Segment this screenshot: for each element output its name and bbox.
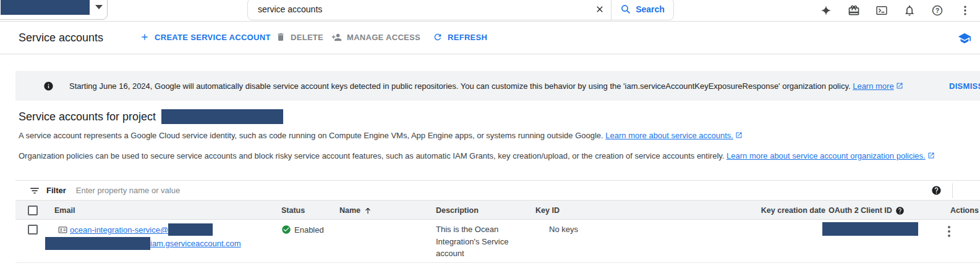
trash-icon — [276, 32, 286, 42]
filter-input[interactable] — [75, 185, 980, 196]
filter-label: Filter — [46, 186, 66, 195]
filter-help-icon[interactable] — [931, 185, 942, 196]
refresh-label: REFRESH — [448, 33, 487, 42]
column-header-description[interactable]: Description — [436, 201, 479, 220]
delete-label: DELETE — [291, 33, 323, 42]
delete-button[interactable]: DELETE — [276, 32, 323, 42]
intro-text: A service account represents a Google Cl… — [19, 131, 603, 140]
notifications-bell-icon[interactable] — [903, 4, 916, 17]
topbar-icons: ? — [820, 0, 971, 21]
table-row: ocean-integration-service@ iam.gservicea… — [15, 220, 980, 263]
filter-bar: Filter — [15, 180, 980, 200]
info-banner: Starting June 16, 2024, Google will auto… — [15, 71, 980, 101]
manage-access-label: MANAGE ACCESS — [347, 33, 420, 42]
service-account-email-link-2[interactable]: iam.gserviceaccount.com — [45, 239, 241, 248]
action-bar: Service accounts CREATE SERVICE ACCOUNT … — [0, 22, 980, 54]
create-service-account-label: CREATE SERVICE ACCOUNT — [155, 33, 271, 42]
filter-icon — [29, 185, 40, 196]
graduation-cap-icon — [958, 31, 971, 45]
top-bar: Search ? — [0, 0, 980, 22]
sort-ascending-icon — [364, 206, 372, 215]
description-cell: This is the Ocean Integration's Service … — [436, 223, 519, 260]
learn-more-org-policies-link[interactable]: Learn more about service account organiz… — [726, 151, 926, 160]
row-actions-menu-button[interactable] — [942, 224, 957, 239]
column-header-key-id[interactable]: Key ID — [535, 201, 560, 220]
column-header-key-creation-date[interactable]: Key creation date — [761, 201, 825, 220]
cloud-shell-icon[interactable] — [876, 4, 888, 17]
banner-message-text: Starting June 16, 2024, Google will auto… — [69, 81, 851, 91]
email-redacted-part — [168, 223, 213, 236]
service-account-email-link[interactable]: ocean-integration-service@ — [70, 225, 213, 235]
learn-panel-button[interactable] — [958, 31, 971, 45]
banner-message: Starting June 16, 2024, Google will auto… — [69, 81, 903, 91]
chevron-down-icon — [95, 5, 103, 9]
section-heading: Service accounts for project — [19, 109, 283, 124]
status-label: Enabled — [294, 225, 324, 235]
help-icon[interactable]: ? — [931, 4, 944, 17]
search-button-label: Search — [636, 4, 665, 14]
org-policy-text: Organization policies can be used to sec… — [19, 151, 724, 160]
close-icon — [595, 4, 605, 14]
gemini-sparkle-icon[interactable] — [820, 4, 832, 17]
gift-icon[interactable] — [848, 4, 860, 17]
column-header-name[interactable]: Name — [339, 201, 372, 220]
clear-search-button[interactable] — [589, 0, 611, 20]
intro-paragraph: A service account represents a Google Cl… — [19, 131, 743, 140]
column-header-email[interactable]: Email — [54, 201, 75, 220]
manage-access-button[interactable]: MANAGE ACCESS — [331, 32, 420, 43]
column-header-oauth-client-id[interactable]: OAuth 2 Client ID — [829, 201, 905, 220]
more-vert-icon[interactable] — [959, 4, 971, 17]
email-line-1: ocean-integration-service@ — [70, 223, 213, 236]
external-link-icon — [896, 82, 903, 89]
email-line-2: iam.gserviceaccount.com — [45, 237, 241, 250]
project-id-redacted — [161, 109, 283, 124]
external-link-icon — [735, 131, 743, 139]
refresh-button[interactable]: REFRESH — [433, 32, 487, 42]
service-account-icon — [58, 225, 68, 235]
select-all-checkbox[interactable] — [28, 206, 38, 215]
project-selector[interactable] — [0, 0, 108, 20]
plus-icon — [140, 32, 150, 42]
column-header-status[interactable]: Status — [281, 201, 305, 220]
person-add-icon — [331, 32, 342, 43]
global-search: Search — [247, 0, 674, 20]
org-policy-paragraph: Organization policies can be used to sec… — [19, 151, 935, 160]
search-input[interactable] — [248, 0, 589, 20]
status-cell: Enabled — [281, 225, 324, 235]
svg-text:?: ? — [935, 7, 939, 14]
section-heading-text: Service accounts for project — [19, 110, 156, 123]
service-accounts-table: Filter Email Status Name Description Key… — [15, 180, 980, 263]
project-name-redacted — [1, 0, 90, 15]
banner-learn-more-link[interactable]: Learn more — [853, 81, 893, 91]
refresh-icon — [433, 32, 443, 42]
oauth-help-icon[interactable] — [895, 206, 905, 215]
dismiss-button[interactable]: DISMISS — [949, 81, 980, 91]
column-header-actions: Actions — [950, 201, 979, 220]
info-icon — [43, 81, 54, 91]
more-vert-icon — [948, 226, 950, 228]
page-title: Service accounts — [19, 31, 103, 44]
create-service-account-button[interactable]: CREATE SERVICE ACCOUNT — [140, 32, 271, 42]
email-redacted-part-2 — [45, 237, 150, 250]
oauth-client-id-redacted — [822, 222, 918, 236]
table-header: Email Status Name Description Key ID Key… — [15, 200, 980, 220]
key-id-cell: No keys — [549, 225, 578, 234]
search-button[interactable]: Search — [611, 0, 673, 20]
filter-separator — [952, 183, 953, 198]
check-circle-icon — [281, 225, 291, 235]
row-checkbox[interactable] — [28, 225, 38, 235]
search-icon — [620, 4, 631, 15]
learn-more-service-accounts-link[interactable]: Learn more about service accounts. — [605, 131, 733, 140]
external-link-icon — [927, 152, 935, 159]
